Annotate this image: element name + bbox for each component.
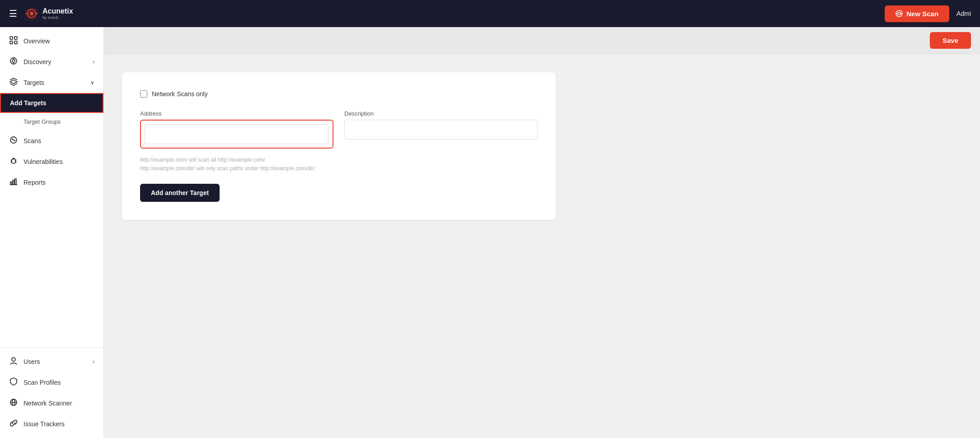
- address-input[interactable]: [145, 124, 329, 144]
- shield-icon: [9, 377, 18, 387]
- new-scan-icon: [896, 10, 903, 17]
- main-topbar: Save: [104, 27, 980, 54]
- logo-icon: [24, 6, 39, 21]
- hint-line1: http://example.com/ will scan all http:/…: [140, 157, 265, 163]
- globe-icon: [9, 398, 18, 408]
- header: ☰ Acunetix by Invicti New Scan: [0, 0, 980, 27]
- logo-text: Acunetix: [42, 7, 73, 15]
- hamburger-icon[interactable]: ☰: [9, 8, 17, 19]
- bar-chart-icon: [9, 177, 18, 187]
- svg-rect-23: [15, 179, 16, 185]
- address-description-row: Address Description: [140, 110, 538, 149]
- svg-point-6: [898, 12, 900, 15]
- address-input-wrapper: [140, 120, 333, 149]
- sidebar-reports-label: Reports: [23, 179, 46, 186]
- svg-point-12: [12, 60, 15, 62]
- svg-point-2: [30, 12, 33, 15]
- sidebar-target-groups-label: Target Groups: [23, 118, 61, 125]
- sidebar-item-issue-trackers[interactable]: Issue Trackers: [0, 414, 103, 434]
- bug-icon: [9, 157, 18, 167]
- address-label: Address: [140, 110, 333, 117]
- description-label: Description: [344, 110, 538, 117]
- sidebar-item-scans[interactable]: Scans: [0, 130, 103, 151]
- new-scan-button[interactable]: New Scan: [885, 5, 949, 22]
- address-group: Address: [140, 110, 333, 149]
- sidebar-item-reports[interactable]: Reports: [0, 172, 103, 193]
- description-group: Description: [344, 110, 538, 149]
- sidebar-discovery-label: Discovery: [23, 58, 51, 65]
- sidebar-targets-label: Targets: [23, 79, 44, 86]
- new-scan-label: New Scan: [906, 10, 938, 18]
- save-button[interactable]: Save: [930, 32, 971, 49]
- sidebar-issue-trackers-label: Issue Trackers: [23, 420, 65, 428]
- logo-sub: by Invicti: [42, 15, 73, 20]
- header-left: ☰ Acunetix by Invicti: [9, 6, 73, 21]
- sidebar-item-vulnerabilities[interactable]: Vulnerabilities: [0, 151, 103, 172]
- logo: Acunetix by Invicti: [24, 6, 73, 21]
- add-another-target-button[interactable]: Add another Target: [140, 184, 220, 202]
- sidebar-item-network-scanner[interactable]: Network Scanner: [0, 393, 103, 414]
- network-scans-row: Network Scans only: [140, 90, 538, 98]
- layout: Overview Discovery ›: [0, 27, 980, 438]
- layers-icon: [9, 78, 18, 88]
- header-right: New Scan Admi: [885, 5, 971, 22]
- sidebar-item-add-targets[interactable]: Add Targets: [0, 93, 103, 113]
- sidebar-bottom: Users › Scan Profiles: [0, 347, 103, 438]
- hint-line2: http://example.com/dir/ will only scan p…: [140, 165, 315, 172]
- user-icon: [9, 357, 18, 367]
- svg-point-16: [11, 159, 16, 163]
- sidebar-item-targets[interactable]: Targets ∨: [0, 72, 103, 93]
- content-area: Network Scans only Address Description: [104, 54, 980, 238]
- add-targets-card: Network Scans only Address Description: [122, 72, 556, 220]
- sidebar-nav: Overview Discovery ›: [0, 27, 103, 347]
- svg-rect-8: [14, 37, 17, 39]
- svg-rect-9: [10, 41, 13, 44]
- target-icon: [9, 57, 18, 67]
- sidebar-scans-label: Scans: [23, 137, 41, 144]
- sidebar-add-targets-label: Add Targets: [10, 99, 47, 107]
- description-input[interactable]: [344, 120, 538, 140]
- sidebar: Overview Discovery ›: [0, 27, 104, 438]
- scan-icon: [9, 136, 18, 146]
- svg-rect-10: [14, 41, 17, 44]
- sidebar-item-scan-profiles[interactable]: Scan Profiles: [0, 372, 103, 393]
- sidebar-item-discovery[interactable]: Discovery ›: [0, 51, 103, 72]
- svg-point-25: [12, 358, 15, 361]
- sidebar-scan-profiles-label: Scan Profiles: [23, 379, 61, 386]
- sidebar-overview-label: Overview: [23, 37, 50, 45]
- grid-icon: [9, 36, 18, 46]
- sidebar-item-target-groups[interactable]: Target Groups: [0, 113, 103, 130]
- network-scans-checkbox[interactable]: [140, 90, 147, 98]
- discovery-chevron-icon: ›: [93, 59, 94, 65]
- sidebar-item-users[interactable]: Users ›: [0, 351, 103, 372]
- sidebar-network-scanner-label: Network Scanner: [23, 400, 72, 407]
- svg-rect-7: [10, 37, 13, 39]
- users-chevron-icon: ›: [93, 359, 94, 365]
- network-scans-label[interactable]: Network Scans only: [152, 90, 208, 98]
- sidebar-item-overview[interactable]: Overview: [0, 31, 103, 51]
- sidebar-users-label: Users: [23, 358, 40, 365]
- hint-text: http://example.com/ will scan all http:/…: [140, 156, 538, 173]
- main-content: Save Network Scans only Address: [104, 27, 980, 438]
- svg-rect-22: [13, 180, 14, 185]
- link-icon: [9, 419, 18, 429]
- targets-chevron-icon: ∨: [90, 79, 94, 86]
- admin-label: Admi: [957, 10, 971, 17]
- sidebar-vulnerabilities-label: Vulnerabilities: [23, 158, 63, 165]
